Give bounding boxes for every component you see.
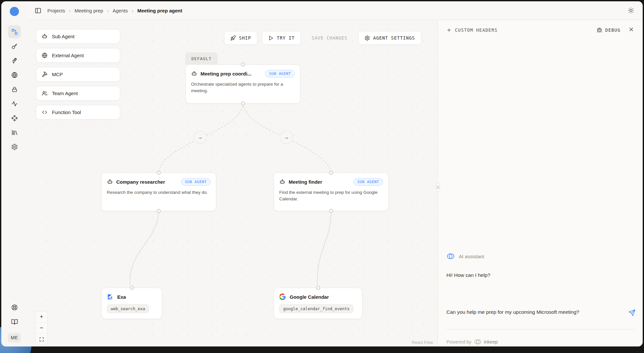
node-title: Google Calendar — [290, 294, 329, 300]
node-meeting-finder[interactable]: Meeting finder SUB AGENT Find the extern… — [274, 173, 389, 211]
breadcrumb-separator: › — [107, 8, 109, 13]
theme-toggle-button[interactable] — [628, 7, 634, 14]
node-handle[interactable] — [157, 171, 161, 175]
debug-label: DEBUG — [605, 27, 620, 33]
graph-tab-default[interactable]: DEFAULT — [185, 53, 217, 64]
inkeep-brand-link[interactable]: inkeep — [484, 339, 498, 345]
nav-graph-button[interactable] — [8, 25, 21, 38]
bot-icon — [279, 179, 285, 185]
node-exa-tool[interactable]: Exa web_search_exa — [101, 288, 162, 319]
node-description: Find the external meeting to prep for us… — [274, 187, 388, 208]
palette-function-tool[interactable]: Function Tool — [36, 105, 120, 120]
bug-icon — [597, 27, 602, 33]
breadcrumb-projects[interactable]: Projects — [47, 8, 65, 13]
react-flow-attribution[interactable]: React Flow — [412, 340, 433, 345]
gear-icon — [364, 35, 370, 41]
plus-icon — [446, 27, 452, 33]
breadcrumb-meeting-prep[interactable]: Meeting prep — [74, 8, 103, 13]
panel-header: CUSTOM HEADERS DEBUG — [438, 20, 643, 40]
life-buoy-icon — [11, 304, 18, 311]
assistant-header: AI assistant — [446, 253, 484, 260]
chat-debug-panel: CUSTOM HEADERS DEBUG AI assistant Hi! Ho… — [438, 20, 643, 346]
node-handle[interactable] — [157, 209, 161, 213]
node-handle[interactable] — [241, 62, 245, 67]
arrow-icon: → — [284, 134, 289, 140]
breadcrumb: Projects › Meeting prep › Agents › Meeti… — [47, 8, 182, 13]
globe-icon — [41, 52, 48, 59]
panel-resize-handle[interactable] — [436, 183, 440, 192]
nav-library-button[interactable] — [8, 126, 21, 139]
sub-agent-badge: SUB AGENT — [353, 178, 383, 186]
nav-settings-button[interactable] — [8, 140, 21, 153]
zoom-in-button[interactable]: + — [36, 311, 47, 323]
lock-icon — [11, 86, 18, 93]
flow-canvas[interactable]: Sub Agent External Agent MCP Team Agent … — [27, 20, 438, 346]
send-button[interactable] — [628, 309, 636, 318]
breadcrumb-agents[interactable]: Agents — [113, 8, 128, 13]
breadcrumb-current-page: Meeting prep agent — [137, 8, 182, 13]
assistant-greeting: Hi! How can I help? — [446, 272, 490, 278]
save-changes-label: SAVE CHANGES — [312, 35, 347, 41]
nav-security-button[interactable] — [8, 83, 21, 96]
palette-team-agent[interactable]: Team Agent — [36, 86, 120, 101]
tool-id-chip: google_calendar_find_events — [279, 304, 353, 313]
activity-icon — [11, 100, 18, 107]
canvas-toolbar: SHIP TRY IT SAVE CHANGES AGENT SETTINGS — [224, 31, 421, 45]
try-it-label: TRY IT — [277, 35, 295, 41]
panel-left-icon — [35, 7, 41, 14]
node-handle[interactable] — [130, 286, 134, 290]
node-description: Orchestrate specialized agents to prepar… — [186, 79, 300, 100]
sidebar-toggle-button[interactable] — [35, 7, 41, 14]
top-bar: Projects › Meeting prep › Agents › Meeti… — [27, 1, 643, 20]
palette-external-agent[interactable]: External Agent — [36, 48, 120, 63]
node-handle[interactable] — [241, 101, 245, 106]
zoom-out-button[interactable]: − — [36, 323, 47, 334]
save-changes-button[interactable]: SAVE CHANGES — [305, 31, 354, 45]
assistant-label: AI assistant — [459, 254, 484, 259]
ship-button[interactable]: SHIP — [224, 31, 257, 45]
node-description: Research the company to understand what … — [102, 187, 216, 201]
app-window: ME Projects › Meeting prep › Agents › Me… — [1, 1, 643, 346]
nav-components-button[interactable] — [8, 111, 21, 125]
bot-icon — [41, 33, 48, 40]
palette-sub-agent[interactable]: Sub Agent — [36, 29, 120, 44]
debug-button[interactable]: DEBUG — [597, 27, 620, 33]
nav-credentials-button[interactable] — [8, 40, 21, 53]
edge-arrow-marker: → — [280, 131, 293, 144]
try-it-button[interactable]: TRY IT — [262, 31, 301, 45]
gear-icon — [11, 143, 18, 150]
agent-settings-label: AGENT SETTINGS — [373, 35, 415, 41]
palette-mcp[interactable]: MCP — [36, 67, 120, 82]
key-icon — [11, 43, 18, 50]
node-handle[interactable] — [329, 171, 333, 175]
zoom-controls: + − — [35, 311, 48, 345]
hammer-icon — [41, 71, 48, 77]
chat-composer[interactable]: Can you help me prep for my upcoming Mic… — [446, 303, 636, 329]
node-handle[interactable] — [316, 286, 320, 290]
code-icon — [41, 109, 48, 115]
app-logo-icon[interactable] — [9, 6, 20, 17]
users-icon — [41, 90, 48, 96]
bot-icon — [191, 71, 197, 77]
agent-settings-button[interactable]: AGENT SETTINGS — [358, 31, 421, 45]
node-meeting-prep-coordinator[interactable]: Meeting prep coordi... SUB AGENT Orchest… — [185, 64, 300, 104]
play-icon — [268, 35, 274, 41]
icon-rail: ME — [1, 1, 27, 346]
node-google-calendar-tool[interactable]: Google Calendar google_calendar_find_eve… — [274, 288, 362, 319]
close-panel-button[interactable] — [628, 26, 634, 34]
nav-external-agents-button[interactable] — [8, 68, 21, 81]
user-avatar[interactable]: ME — [8, 333, 21, 343]
inkeep-logo-icon — [474, 339, 482, 345]
help-button[interactable] — [8, 301, 21, 314]
components-icon — [11, 115, 18, 122]
nav-activity-button[interactable] — [8, 97, 21, 110]
fit-view-button[interactable] — [36, 334, 47, 345]
sub-agent-badge: SUB AGENT — [265, 70, 295, 77]
custom-headers-button[interactable]: CUSTOM HEADERS — [446, 27, 498, 33]
node-palette: Sub Agent External Agent MCP Team Agent … — [36, 29, 120, 120]
nav-mcp-button[interactable] — [8, 54, 21, 67]
docs-button[interactable] — [8, 315, 21, 328]
node-company-researcher[interactable]: Company researcher SUB AGENT Research th… — [101, 173, 216, 211]
node-handle[interactable] — [329, 209, 333, 213]
chat-input[interactable]: Can you help me prep for my upcoming Mic… — [446, 308, 600, 316]
